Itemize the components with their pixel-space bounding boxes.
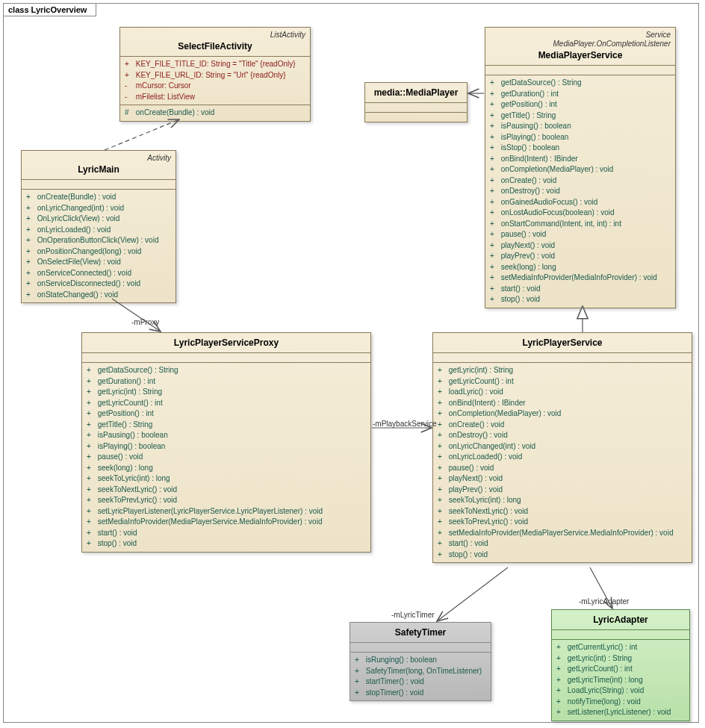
class-attributes (22, 180, 176, 190)
class-member: + onLyricChanged(int) : void (26, 203, 171, 214)
class-member: + seekToNextLyric() : void (438, 506, 687, 517)
assoc-label-mlyricadapter: -mLyricAdapter (579, 597, 629, 606)
class-member: + stop() : void (490, 294, 671, 305)
class-member: + seekToNextLyric() : void (87, 485, 366, 496)
class-member: + pause() : void (438, 463, 687, 474)
class-member: + onPositionChanged(long) : void (26, 246, 171, 258)
class-member: + seekToLyric(int) : long (87, 473, 366, 485)
class-member: + onServiceDisconnected() : void (26, 279, 171, 290)
class-select-file-activity: ListActivity SelectFileActivity + KEY_FI… (119, 27, 311, 122)
class-member: + setMediaInfoProvider(MediaPlayerServic… (438, 528, 687, 539)
class-attributes (82, 353, 370, 363)
class-member: + onStateChanged() : void (26, 290, 171, 301)
class-member: + OnOperationButtonClick(View) : void (26, 235, 171, 246)
class-member: + onGainedAudioFocus() : void (490, 197, 671, 208)
class-member: + getCurrentLyric() : int (556, 642, 685, 653)
class-member: + onLyricLoaded() : void (26, 225, 171, 236)
class-member: + getLyricTime(int) : long (556, 675, 685, 686)
assoc-label-mlyrictimer: -mLyricTimer (391, 611, 435, 619)
class-attributes (365, 103, 467, 113)
class-member: + getPosition() : int (490, 99, 671, 111)
class-member: + seek(long) : long (490, 262, 671, 273)
class-member: + onBind(Intent) : IBinder (438, 398, 687, 409)
class-member: + getLyricCount() : int (556, 664, 685, 675)
class-operations: + getDataSource() : String+ getDuration(… (82, 363, 370, 552)
class-lyric-main: Activity LyricMain + onCreate(Bundle) : … (21, 150, 176, 303)
class-member: + loadLyric() : void (438, 387, 687, 398)
class-member: + isRunging() : boolean (355, 655, 486, 666)
class-member: + onBind(Intent) : IBinder (490, 154, 671, 165)
class-member: + KEY_FILE_URL_ID: String = "Url" {readO… (125, 70, 305, 81)
class-attributes (433, 353, 692, 363)
class-lyric-player-service-proxy: LyricPlayerServiceProxy + getDataSource(… (81, 332, 371, 553)
class-member: + start() : void (87, 528, 366, 539)
class-name: SelectFileActivity (125, 40, 305, 53)
class-name: LyricPlayerService (438, 336, 687, 349)
class-member: + getDataSource() : String (87, 365, 366, 376)
class-name: LyricMain (26, 163, 171, 176)
class-name: media::MediaPlayer (370, 86, 462, 99)
class-member: + OnLyricClick(View) : void (26, 214, 171, 225)
class-member: + setMediaInfoProvider(MediaInfoProvider… (490, 273, 671, 284)
class-member: + getDuration() : int (490, 89, 671, 100)
class-member: + pause() : void (87, 452, 366, 463)
class-member: + playNext() : void (490, 240, 671, 252)
class-name: SafetyTimer (355, 626, 486, 639)
class-member: + getLyric(int) : String (87, 387, 366, 398)
class-member: + start() : void (438, 538, 687, 550)
class-member: + getLyricCount() : int (438, 376, 687, 388)
class-name: MediaPlayerService (490, 49, 671, 62)
class-attributes: + KEY_FILE_TITLE_ID: String = "Title" {r… (120, 57, 310, 105)
class-member: + onCreate() : void (438, 420, 687, 431)
class-member: + startTimer() : void (355, 676, 486, 688)
class-member: + getPosition() : int (87, 408, 366, 420)
class-member: + playPrev() : void (490, 251, 671, 262)
class-attributes (552, 630, 689, 640)
class-name: LyricAdapter (556, 613, 685, 626)
class-member: + onDestroy() : void (490, 186, 671, 197)
class-member: + seekToLyric(int) : long (438, 495, 687, 506)
class-member: + onServiceConnected() : void (26, 268, 171, 279)
class-operations: + onCreate(Bundle) : void+ onLyricChange… (22, 190, 176, 302)
class-member: + playPrev() : void (438, 485, 687, 496)
class-member: + onCompletion(MediaPlayer) : void (438, 408, 687, 420)
class-operations: + isRunging() : boolean+ SafetyTimer(lon… (350, 653, 491, 700)
class-member: + isPlaying() : boolean (490, 132, 671, 143)
class-member: # onCreate(Bundle) : void (125, 108, 305, 119)
class-member: + getLyricCount() : int (87, 398, 366, 409)
assoc-label-mplaybackservice: -mPlaybackService (373, 420, 437, 428)
class-member: + getTitle() : String (87, 420, 366, 431)
class-member: + isPlaying() : boolean (87, 441, 366, 452)
class-member: + onLyricChanged(int) : void (438, 441, 687, 452)
class-member: + onCreate(Bundle) : void (26, 192, 171, 203)
class-member: + isStop() : boolean (490, 143, 671, 154)
class-member: + stop() : void (438, 550, 687, 561)
class-member: + onCompletion(MediaPlayer) : void (490, 164, 671, 175)
class-member: + onCreate() : void (490, 175, 671, 187)
class-member: + setMediaInfoProvider(MediaPlayerServic… (87, 517, 366, 528)
class-member: + seekToPrevLyric() : void (438, 517, 687, 528)
class-member: + setLyricPlayerListener(LyricPlayerServ… (87, 506, 366, 517)
class-media-player-service: Service MediaPlayer.OnCompletionListener… (485, 27, 676, 308)
class-member: + onLostAudioFocus(boolean) : void (490, 208, 671, 219)
class-member: + start() : void (490, 284, 671, 295)
class-stereotype2: MediaPlayer.OnCompletionListener (490, 40, 671, 49)
class-member: + seekToPrevLyric() : void (87, 495, 366, 506)
class-stereotype: Service (490, 31, 671, 40)
class-attributes (485, 66, 675, 75)
class-member: + isPausing() : boolean (490, 121, 671, 132)
class-operations: + getLyric(int) : String+ getLyricCount(… (433, 363, 692, 562)
class-operations: # onCreate(Bundle) : void (120, 105, 310, 121)
class-member: + SafetyTimer(long, OnTimeListener) (355, 666, 486, 677)
class-member: + seek(long) : long (87, 463, 366, 474)
class-operations: + getDataSource() : String+ getDuration(… (485, 75, 675, 308)
class-stereotype: Activity (26, 154, 171, 163)
class-member: + getDataSource() : String (490, 78, 671, 89)
class-member: + getDuration() : int (87, 376, 366, 388)
class-member: + getLyric(int) : String (438, 365, 687, 376)
class-member: + stop() : void (87, 538, 366, 550)
class-operations (365, 113, 467, 122)
class-member: + getTitle() : String (490, 111, 671, 122)
class-name: LyricPlayerServiceProxy (87, 336, 366, 349)
class-member: + notifyTime(long) : void (556, 697, 685, 708)
